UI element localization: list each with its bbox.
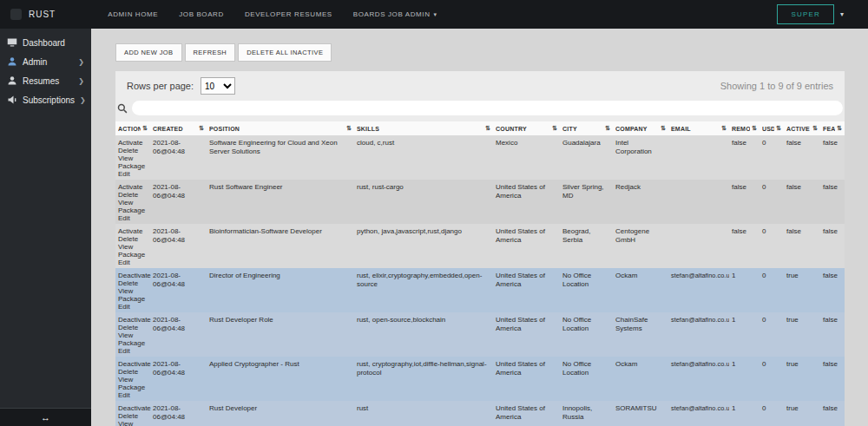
row-action-view[interactable]: View: [118, 420, 147, 426]
row-action-deactivate[interactable]: Deactivate: [118, 316, 147, 324]
row-action-package[interactable]: Package: [118, 251, 147, 259]
row-action-activate[interactable]: Activate: [118, 139, 147, 147]
sidebar-item-subscriptions[interactable]: Subscriptions❯: [0, 90, 91, 109]
sidebar-item-dashboard[interactable]: Dashboard: [0, 33, 91, 52]
topnav-item-boards-job-admin[interactable]: BOARDS JOB ADMIN▾: [353, 10, 437, 18]
row-action-edit[interactable]: Edit: [118, 214, 147, 222]
sort-icon[interactable]: ⇅: [552, 125, 557, 132]
row-action-delete[interactable]: Delete: [118, 368, 147, 376]
sort-icon[interactable]: ⇅: [485, 125, 490, 132]
column-header-company[interactable]: COMPANY⇅: [613, 121, 668, 135]
table-row[interactable]: ActivateDeleteViewPackageEdit2021-08-06@…: [115, 224, 845, 268]
row-action-edit[interactable]: Edit: [118, 170, 147, 178]
table-row[interactable]: ActivateDeleteViewPackageEdit2021-08-06@…: [115, 180, 845, 224]
row-action-delete[interactable]: Delete: [118, 235, 147, 243]
table-row[interactable]: DeactivateDeleteViewPackageEdit2021-08-0…: [115, 312, 845, 357]
table-controls-bar: Rows per page: 10 Showing 1 to 9 of 9 en…: [115, 71, 845, 100]
column-header-city[interactable]: CITY⇅: [560, 121, 613, 135]
sidebar-collapse-button[interactable]: ↔: [0, 408, 91, 426]
column-header-country[interactable]: COUNTRY⇅: [493, 121, 560, 135]
row-action-view[interactable]: View: [118, 154, 147, 162]
table-row[interactable]: DeactivateDeleteViewPackageEdit2021-08-0…: [115, 268, 845, 312]
row-action-deactivate[interactable]: Deactivate: [118, 404, 147, 412]
row-action-edit[interactable]: Edit: [118, 259, 147, 266]
cell-usd: 0: [760, 135, 784, 180]
search-icon[interactable]: [117, 103, 128, 114]
add-new-job-button[interactable]: ADD NEW JOB: [115, 43, 182, 62]
cell-active: true: [784, 312, 820, 357]
row-action-activate[interactable]: Activate: [118, 227, 147, 235]
row-action-activate[interactable]: Activate: [118, 183, 147, 191]
column-header-action[interactable]: ACTION⇅: [115, 121, 150, 135]
user-caret-icon[interactable]: ▾: [840, 10, 844, 18]
column-header-skills[interactable]: SKILLS⇅: [354, 121, 493, 135]
sort-icon[interactable]: ⇅: [837, 125, 842, 132]
sort-icon[interactable]: ⇅: [776, 125, 781, 132]
rows-per-page-select[interactable]: 10: [201, 77, 235, 95]
sidebar-item-resumes[interactable]: Resumes❯: [0, 71, 91, 90]
table-row[interactable]: DeactivateDeleteViewPackageEdit2021-08-0…: [115, 401, 845, 426]
row-action-view[interactable]: View: [118, 287, 147, 295]
cell-city: Innopolis, Russia: [560, 401, 613, 426]
column-label: CITY: [562, 126, 577, 132]
cell-usd: 0: [760, 401, 784, 426]
sort-icon[interactable]: ⇅: [812, 125, 818, 132]
row-action-package[interactable]: Package: [118, 206, 147, 214]
column-header-active[interactable]: ACTIVE⇅: [784, 121, 820, 135]
column-header-email[interactable]: EMAIL⇅: [668, 121, 729, 135]
main-content: ADD NEW JOBREFRESHDELETE ALL INACTIVE Ro…: [91, 29, 868, 426]
row-action-package[interactable]: Package: [118, 339, 147, 347]
sort-icon[interactable]: ⇅: [199, 125, 204, 132]
brand[interactable]: RUST: [29, 10, 56, 19]
row-action-deactivate[interactable]: Deactivate: [118, 272, 147, 279]
row-action-package[interactable]: Package: [118, 295, 147, 303]
sidebar: DashboardAdmin❯Resumes❯Subscriptions❯ ↔: [0, 29, 91, 426]
sort-icon[interactable]: ⇅: [605, 125, 610, 132]
row-action-view[interactable]: View: [118, 199, 147, 206]
sort-icon[interactable]: ⇅: [661, 125, 666, 132]
row-action-view[interactable]: View: [118, 331, 147, 339]
row-action-view[interactable]: View: [118, 243, 147, 251]
sidebar-item-admin[interactable]: Admin❯: [0, 52, 91, 71]
row-action-view[interactable]: View: [118, 376, 147, 383]
column-header-featured[interactable]: FEATURED⇅: [820, 121, 845, 135]
topnav-item-job-board[interactable]: JOB BOARD: [179, 10, 224, 18]
column-header-usd[interactable]: USD⇅: [760, 121, 784, 135]
delete-all-inactive-button[interactable]: DELETE ALL INACTIVE: [238, 43, 332, 62]
sort-icon[interactable]: ⇅: [346, 125, 352, 132]
sort-icon[interactable]: ⇅: [721, 125, 727, 132]
sort-icon[interactable]: ⇅: [142, 125, 148, 132]
row-action-delete[interactable]: Delete: [118, 147, 147, 154]
cell-usd: 0: [760, 312, 784, 357]
column-label: SKILLS: [357, 126, 379, 132]
topnav-item-developer-resumes[interactable]: DEVELOPER RESUMES: [245, 10, 332, 18]
row-action-delete[interactable]: Delete: [118, 324, 147, 331]
row-action-delete[interactable]: Delete: [118, 412, 147, 420]
cell-city: Guadalajara: [560, 135, 613, 180]
table-row[interactable]: ActivateDeleteViewPackageEdit2021-08-06@…: [115, 135, 845, 180]
row-action-edit[interactable]: Edit: [118, 303, 147, 311]
cell-active: false: [784, 135, 820, 180]
topnav-item-label: DEVELOPER RESUMES: [245, 10, 332, 18]
row-action-deactivate[interactable]: Deactivate: [118, 360, 147, 368]
topnav-item-admin-home[interactable]: ADMIN HOME: [108, 10, 158, 18]
column-label: USD: [762, 126, 774, 132]
cell-featured: false: [820, 135, 845, 180]
user-menu-button[interactable]: SUPER: [777, 4, 834, 24]
cell-featured: false: [820, 268, 845, 312]
row-action-delete[interactable]: Delete: [118, 191, 147, 199]
row-action-edit[interactable]: Edit: [118, 391, 147, 399]
row-action-package[interactable]: Package: [118, 162, 147, 170]
row-action-package[interactable]: Package: [118, 383, 147, 391]
row-action-edit[interactable]: Edit: [118, 347, 147, 355]
search-input[interactable]: [132, 101, 843, 115]
cell-city: Silver Spring, MD: [560, 180, 613, 224]
column-header-position[interactable]: POSITION⇅: [207, 121, 354, 135]
column-header-remote[interactable]: REMOTE⇅: [729, 121, 760, 135]
column-label: POSITION: [209, 126, 240, 132]
refresh-button[interactable]: REFRESH: [185, 43, 236, 62]
row-action-delete[interactable]: Delete: [118, 279, 147, 287]
column-header-created[interactable]: CREATED⇅: [150, 121, 207, 135]
table-row[interactable]: DeactivateDeleteViewPackageEdit2021-08-0…: [115, 357, 845, 401]
sort-icon[interactable]: ⇅: [752, 125, 757, 132]
